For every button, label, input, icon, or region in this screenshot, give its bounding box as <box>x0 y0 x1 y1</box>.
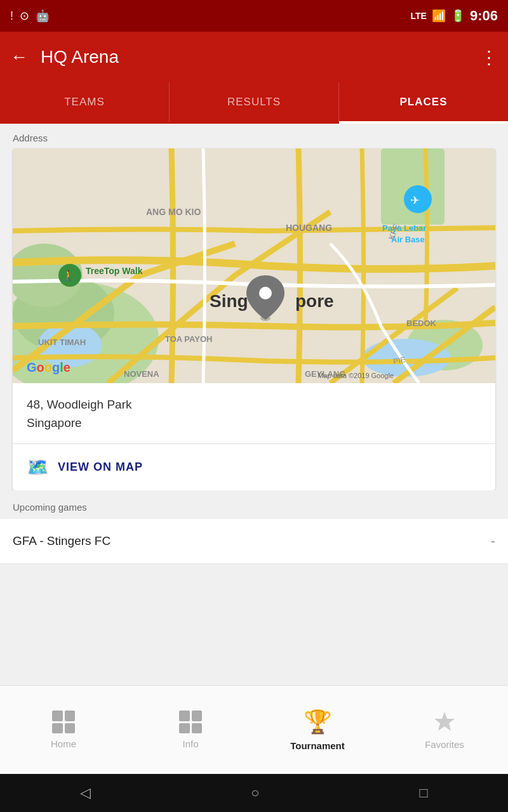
svg-text:HOUGANG: HOUGANG <box>286 223 332 233</box>
app-icon: 🤖 <box>36 9 50 23</box>
back-button[interactable]: ← <box>10 47 28 67</box>
page-title: HQ Arena <box>41 47 480 67</box>
svg-marker-31 <box>434 712 455 731</box>
tab-places-label: PLACES <box>400 96 448 108</box>
tab-bar: TEAMS RESULTS PLACES <box>0 82 508 124</box>
svg-text:✈: ✈ <box>410 194 420 207</box>
nav-favorites-label: Favorites <box>425 739 464 750</box>
svg-text:Paya Lebar: Paya Lebar <box>382 223 426 233</box>
home-nav-button[interactable]: ○ <box>251 785 259 801</box>
address-text: 48, Woodleigh Park Singapore <box>13 383 495 444</box>
notification-icon: ! <box>10 10 13 23</box>
nav-item-info[interactable]: Info <box>127 686 254 774</box>
svg-text:Google: Google <box>27 360 70 374</box>
address-line1: 48, Woodleigh Park <box>27 398 131 411</box>
status-icons: ! ⊙ 🤖 <box>10 9 50 23</box>
overflow-menu-button[interactable]: ⋮ <box>480 47 498 68</box>
svg-text:🚶: 🚶 <box>62 270 75 282</box>
tab-results[interactable]: RESULTS <box>170 82 339 122</box>
top-bar: ← HQ Arena ⋮ <box>0 32 508 82</box>
svg-text:pore: pore <box>295 291 334 311</box>
signal-icon: 📶 <box>432 9 446 23</box>
nav-item-tournament[interactable]: 🏆 Tournament <box>254 686 381 774</box>
svg-text:Air Base: Air Base <box>391 235 425 244</box>
star-icon <box>432 710 457 734</box>
back-arrow-icon: ← <box>10 47 28 67</box>
game-name: GFA - Stingers FC <box>13 534 110 548</box>
lte-icon: LTE <box>411 11 427 21</box>
svg-text:Sing: Sing <box>210 291 248 311</box>
map-card: KPE PIE PIE ANG MO KIO HOUGANG UKIT TIMA… <box>13 148 495 490</box>
svg-text:TOA PAYOH: TOA PAYOH <box>165 334 212 344</box>
svg-text:BEDOK: BEDOK <box>406 318 437 328</box>
nav-item-home[interactable]: Home <box>0 686 127 774</box>
clock: 9:06 <box>470 8 498 24</box>
nav-info-label: Info <box>182 738 198 749</box>
trophy-icon: 🏆 <box>304 709 332 735</box>
main-content: Address <box>0 124 508 685</box>
android-nav-bar: ◁ ○ □ <box>0 774 508 812</box>
svg-point-28 <box>259 287 272 299</box>
status-bar: ! ⊙ 🤖 LTE 📶 🔋 9:06 <box>0 0 508 32</box>
view-on-map-label: VIEW ON MAP <box>58 461 143 474</box>
address-section-label: Address <box>0 124 508 148</box>
back-nav-button[interactable]: ◁ <box>80 785 91 801</box>
upcoming-games-label: Upcoming games <box>0 490 508 519</box>
recents-nav-button[interactable]: □ <box>420 785 428 801</box>
game-row[interactable]: GFA - Stingers FC - <box>0 519 508 564</box>
view-on-map-button[interactable]: 🗺️ VIEW ON MAP <box>13 444 495 490</box>
svg-text:UKIT TIMAH: UKIT TIMAH <box>38 337 86 347</box>
overflow-menu-icon: ⋮ <box>480 48 498 67</box>
battery-icon: 🔋 <box>451 9 465 23</box>
map-image[interactable]: KPE PIE PIE ANG MO KIO HOUGANG UKIT TIMA… <box>13 148 495 383</box>
nav-home-label: Home <box>51 738 76 749</box>
sync-icon: ⊙ <box>20 9 29 23</box>
info-icon <box>179 710 202 733</box>
tab-teams[interactable]: TEAMS <box>0 82 170 122</box>
tab-places[interactable]: PLACES <box>339 82 508 122</box>
tab-results-label: RESULTS <box>227 96 281 108</box>
bottom-nav: Home Info 🏆 Tournament Favorites <box>0 685 508 774</box>
svg-text:TreeTop Walk: TreeTop Walk <box>86 266 143 276</box>
tab-teams-label: TEAMS <box>64 96 105 108</box>
address-line2: Singapore <box>27 416 82 429</box>
game-score: - <box>491 533 495 549</box>
svg-text:ANG MO KIO: ANG MO KIO <box>146 207 201 217</box>
status-right: LTE 📶 🔋 9:06 <box>411 8 498 24</box>
home-icon <box>52 710 75 733</box>
nav-item-favorites[interactable]: Favorites <box>381 686 508 774</box>
svg-text:Map data ©2019 Google: Map data ©2019 Google <box>318 372 394 379</box>
svg-text:NOVENA: NOVENA <box>124 369 159 379</box>
nav-tournament-label: Tournament <box>290 740 345 751</box>
map-emoji-icon: 🗺️ <box>27 457 49 478</box>
